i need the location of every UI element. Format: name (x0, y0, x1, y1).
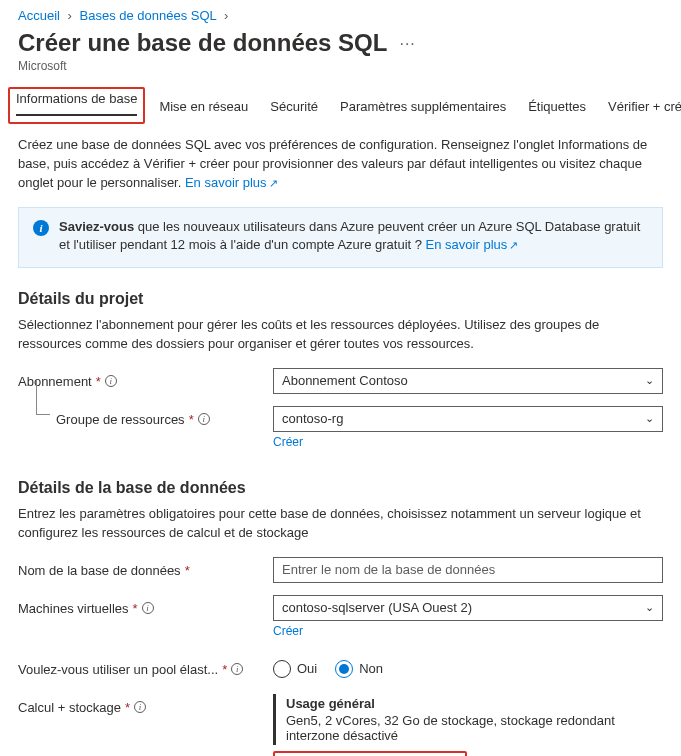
info-learn-more-link[interactable]: En savoir plus↗ (426, 237, 519, 252)
elastic-pool-label: Voulez-vous utiliser un pool élast... * … (18, 656, 273, 677)
tab-networking[interactable]: Mise en réseau (159, 91, 248, 124)
elastic-pool-no-radio[interactable]: Non (335, 660, 383, 678)
info-icon[interactable]: i (142, 602, 154, 614)
info-icon: i (33, 220, 49, 236)
db-name-label: Nom de la base de données * (18, 557, 273, 578)
info-icon[interactable]: i (105, 375, 117, 387)
chevron-right-icon: › (68, 8, 72, 23)
section-project-heading: Détails du projet (18, 290, 663, 308)
chevron-right-icon: › (224, 8, 228, 23)
wizard-tabs: Informations de base Mise en réseau Sécu… (18, 91, 663, 124)
compute-storage-label: Calcul + stockage * i (18, 694, 273, 715)
info-icon[interactable]: i (198, 413, 210, 425)
info-banner: i Saviez-vous que les nouveaux utilisate… (18, 207, 663, 269)
info-icon[interactable]: i (134, 701, 146, 713)
info-icon[interactable]: i (231, 663, 243, 675)
section-database-heading: Détails de la base de données (18, 479, 663, 497)
chevron-down-icon: ⌄ (645, 412, 654, 425)
tab-additional[interactable]: Paramètres supplémentaires (340, 91, 506, 124)
elastic-pool-yes-radio[interactable]: Oui (273, 660, 317, 678)
tab-review[interactable]: Vérifier + créer (608, 91, 681, 124)
section-project-desc: Sélectionnez l'abonnement pour gérer les… (18, 316, 663, 354)
tab-security[interactable]: Sécurité (270, 91, 318, 124)
breadcrumb: Accueil › Bases de données SQL › (18, 8, 663, 23)
breadcrumb-parent[interactable]: Bases de données SQL (80, 8, 217, 23)
external-link-icon: ↗ (269, 177, 278, 189)
highlight-configure-link: Configurer la base de données (273, 751, 467, 756)
page-title: Créer une base de données SQL (18, 29, 387, 57)
resource-group-label: Groupe de ressources * i (18, 406, 273, 427)
tab-tags[interactable]: Étiquettes (528, 91, 586, 124)
compute-summary: Usage général Gen5, 2 vCores, 32 Go de s… (273, 694, 663, 745)
resource-group-select[interactable]: contoso-rg ⌄ (273, 406, 663, 432)
subscription-select[interactable]: Abonnement Contoso ⌄ (273, 368, 663, 394)
publisher-label: Microsoft (18, 59, 663, 73)
server-select[interactable]: contoso-sqlserver (USA Ouest 2) ⌄ (273, 595, 663, 621)
external-link-icon: ↗ (509, 239, 518, 251)
breadcrumb-home[interactable]: Accueil (18, 8, 60, 23)
more-menu-icon[interactable]: ··· (399, 35, 415, 53)
chevron-down-icon: ⌄ (645, 601, 654, 614)
learn-more-link[interactable]: En savoir plus↗ (185, 175, 278, 190)
intro-text: Créez une base de données SQL avec vos p… (18, 136, 663, 193)
create-server-link[interactable]: Créer (273, 624, 303, 638)
tab-basics[interactable]: Informations de base (16, 83, 137, 116)
create-rg-link[interactable]: Créer (273, 435, 303, 449)
chevron-down-icon: ⌄ (645, 374, 654, 387)
db-name-input[interactable] (273, 557, 663, 583)
highlight-basics-tab: Informations de base (8, 87, 145, 124)
section-database-desc: Entrez les paramètres obligatoires pour … (18, 505, 663, 543)
subscription-label: Abonnement * i (18, 368, 273, 389)
server-label: Machines virtuelles * i (18, 595, 273, 616)
